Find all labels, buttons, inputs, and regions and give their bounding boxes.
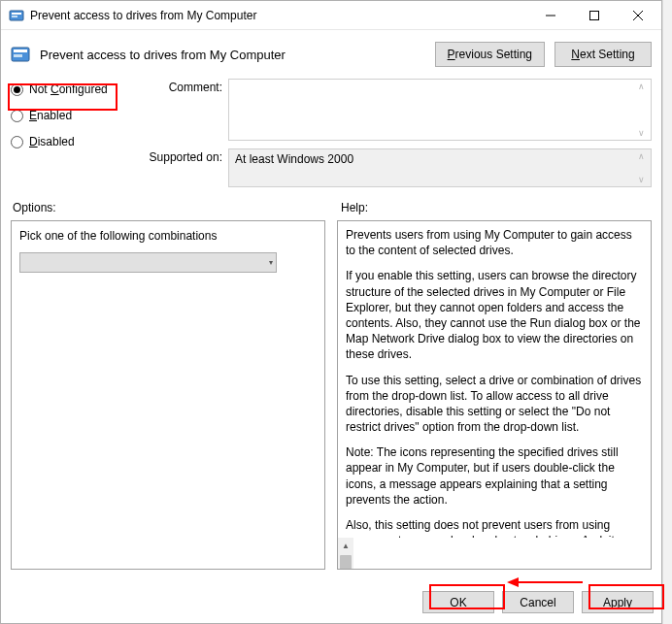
help-paragraph: Also, this setting does not prevent user… [346, 517, 643, 538]
content-area: Prevent access to drives from My Compute… [1, 30, 661, 583]
cancel-button[interactable]: Cancel [502, 591, 574, 613]
svg-rect-1 [12, 13, 21, 15]
radio-label: Not Configured [29, 82, 108, 96]
svg-rect-4 [589, 11, 598, 19]
help-heading: Help: [341, 201, 650, 214]
radio-icon [11, 136, 23, 148]
svg-rect-2 [12, 16, 17, 17]
policy-icon [9, 8, 24, 23]
scroll-up-icon: ▲ [338, 538, 353, 553]
supported-scroll-hint: ∧∨ [633, 151, 649, 184]
options-prompt: Pick one of the following combinations [19, 229, 317, 243]
help-panel: Prevents users from using My Computer to… [337, 220, 652, 570]
drives-combo[interactable]: ▾ [19, 252, 277, 273]
previous-setting-button[interactable]: Previous Setting [435, 42, 545, 67]
apply-button[interactable]: Apply [582, 591, 654, 613]
help-paragraph: To use this setting, select a drive or c… [346, 373, 643, 436]
help-paragraph: Prevents users from using My Computer to… [346, 227, 643, 258]
settings-grid: Not Configured Enabled Disabled Comment:… [11, 77, 652, 197]
background-sliver [662, 0, 672, 624]
footer: OK Cancel Apply [1, 583, 661, 623]
radio-label: Enabled [29, 109, 72, 122]
help-paragraph: If you enable this setting, users can br… [346, 268, 643, 362]
help-paragraph: Note: The icons representing the specifi… [346, 444, 643, 508]
close-button[interactable] [616, 1, 659, 29]
help-scrollbar[interactable]: ▲ ▼ [338, 538, 353, 569]
dialog-window: Prevent access to drives from My Compute… [0, 0, 662, 624]
minimize-button[interactable] [528, 1, 572, 29]
radio-disabled[interactable]: Disabled [11, 133, 147, 150]
comment-scroll-hint: ∧∨ [633, 82, 649, 138]
options-heading: Options: [13, 201, 321, 214]
maximize-button[interactable] [572, 1, 616, 29]
options-panel: Pick one of the following combinations ▾ [11, 220, 325, 570]
comment-label: Comment: [149, 79, 226, 94]
policy-large-icon [11, 45, 30, 64]
radio-icon [11, 110, 23, 122]
comment-textarea[interactable]: ∧∨ [228, 79, 652, 141]
window-title: Prevent access to drives from My Compute… [30, 9, 528, 22]
radio-not-configured[interactable]: Not Configured [11, 81, 147, 98]
supported-text: At least Windows 2000 [235, 152, 353, 166]
supported-label: Supported on: [149, 148, 226, 164]
help-text[interactable]: Prevents users from using My Computer to… [338, 221, 651, 538]
titlebar: Prevent access to drives from My Compute… [1, 1, 661, 30]
svg-rect-9 [14, 54, 22, 57]
radio-label: Disabled [29, 135, 75, 148]
state-radio-group: Not Configured Enabled Disabled [11, 79, 147, 150]
radio-icon [11, 83, 23, 96]
chevron-down-icon: ▾ [269, 258, 273, 267]
svg-rect-8 [14, 49, 27, 52]
ok-button[interactable]: OK [422, 591, 494, 613]
header-area: Prevent access to drives from My Compute… [11, 38, 652, 77]
policy-name: Prevent access to drives from My Compute… [40, 48, 425, 62]
next-setting-button[interactable]: Next Setting [554, 42, 652, 67]
panels: Pick one of the following combinations ▾… [11, 220, 652, 575]
supported-on-box: At least Windows 2000 ∧∨ [228, 148, 652, 187]
scroll-thumb[interactable] [340, 555, 352, 570]
radio-enabled[interactable]: Enabled [11, 107, 147, 124]
section-labels: Options: Help: [11, 197, 652, 220]
